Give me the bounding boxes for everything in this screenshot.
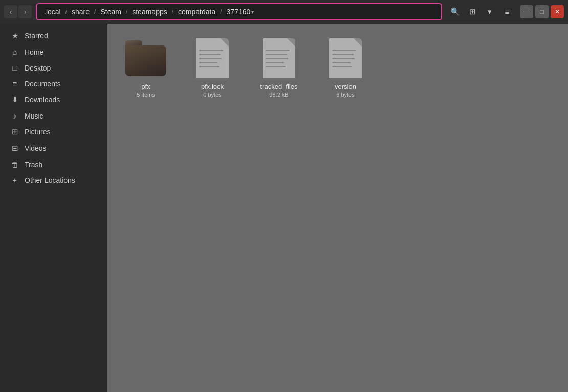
view-grid-icon: ⊞ bbox=[469, 7, 476, 16]
music-icon: ♪ bbox=[10, 111, 19, 120]
desktop-icon: □ bbox=[10, 63, 19, 72]
minimize-icon: — bbox=[523, 8, 530, 15]
search-icon: 🔍 bbox=[450, 7, 460, 16]
document-icon bbox=[192, 38, 233, 79]
pictures-icon: ⊞ bbox=[10, 127, 19, 136]
file-item-pfx[interactable]: pfx 5 items bbox=[118, 34, 174, 102]
menu-button[interactable]: ≡ bbox=[499, 4, 515, 19]
file-item-pfx_lock[interactable]: pfx.lock 0 bytes bbox=[184, 34, 241, 102]
other-icon: + bbox=[10, 176, 19, 185]
path-separator: / bbox=[220, 8, 222, 15]
view-toggle-button[interactable]: ▾ bbox=[482, 4, 497, 19]
sidebar-item-label: Pictures bbox=[25, 128, 51, 136]
file-meta: 98.2 kB bbox=[269, 91, 288, 98]
sidebar-item-pictures[interactable]: ⊞ Pictures bbox=[2, 124, 105, 140]
breadcrumb-bar: .local/share/Steam/steamapps/compatdata/… bbox=[36, 3, 442, 20]
path-segment-dropdown[interactable]: 377160▾ bbox=[223, 7, 258, 17]
nav-buttons: ‹ › bbox=[4, 5, 32, 18]
file-item-version[interactable]: version 6 bytes bbox=[317, 34, 374, 102]
trash-icon: 🗑 bbox=[10, 160, 19, 169]
dropdown-arrow-icon: ▾ bbox=[251, 9, 254, 15]
forward-button[interactable]: › bbox=[18, 5, 32, 18]
sidebar-item-videos[interactable]: ⊟ Videos bbox=[2, 140, 105, 156]
sidebar-item-label: Other Locations bbox=[25, 176, 75, 185]
path-segment[interactable]: Steam bbox=[96, 7, 125, 17]
sidebar-item-label: Documents bbox=[25, 80, 61, 88]
search-button[interactable]: 🔍 bbox=[447, 4, 463, 19]
titlebar-actions: 🔍 ⊞ ▾ ≡ bbox=[447, 4, 515, 19]
file-area: pfx 5 items pfx.lock 0 bytes bbox=[107, 24, 568, 392]
sidebar-item-label: Home bbox=[25, 48, 43, 56]
close-icon: ✕ bbox=[555, 8, 560, 15]
back-button[interactable]: ‹ bbox=[4, 5, 17, 18]
main-area: ★ Starred ⌂ Home □ Desktop ≡ Documents ⬇… bbox=[0, 24, 568, 392]
file-name: tracked_files bbox=[260, 83, 298, 90]
document-icon bbox=[325, 38, 366, 79]
path-segment[interactable]: compatdata bbox=[174, 7, 220, 17]
file-name: pfx bbox=[141, 83, 150, 90]
close-button[interactable]: ✕ bbox=[551, 5, 564, 18]
document-icon bbox=[258, 38, 299, 79]
path-segment[interactable]: .local bbox=[40, 7, 65, 17]
file-grid: pfx 5 items pfx.lock 0 bytes bbox=[118, 34, 558, 102]
sidebar-item-desktop[interactable]: □ Desktop bbox=[2, 60, 105, 76]
sidebar-item-label: Music bbox=[25, 112, 43, 120]
path-segment-label: 377160 bbox=[227, 8, 251, 16]
path-segment[interactable]: steamapps bbox=[128, 7, 171, 17]
sidebar-item-starred[interactable]: ★ Starred bbox=[2, 28, 105, 44]
view-grid-button[interactable]: ⊞ bbox=[465, 4, 480, 19]
path-segment[interactable]: share bbox=[68, 7, 94, 17]
sidebar-item-music[interactable]: ♪ Music bbox=[2, 108, 105, 124]
folder-icon bbox=[125, 38, 166, 79]
sidebar-item-label: Downloads bbox=[25, 96, 60, 104]
forward-icon: › bbox=[24, 8, 27, 16]
file-meta: 5 items bbox=[137, 91, 155, 98]
documents-icon: ≡ bbox=[10, 79, 19, 88]
downloads-icon: ⬇ bbox=[10, 95, 19, 104]
videos-icon: ⊟ bbox=[10, 144, 19, 153]
window-controls: — □ ✕ bbox=[520, 5, 564, 18]
sidebar-item-documents[interactable]: ≡ Documents bbox=[2, 76, 105, 91]
maximize-button[interactable]: □ bbox=[535, 5, 549, 18]
starred-icon: ★ bbox=[10, 31, 19, 40]
sidebar-item-label: Trash bbox=[25, 160, 42, 169]
sidebar: ★ Starred ⌂ Home □ Desktop ≡ Documents ⬇… bbox=[0, 24, 107, 392]
file-name: version bbox=[335, 83, 356, 90]
menu-icon: ≡ bbox=[505, 8, 510, 16]
file-name: pfx.lock bbox=[201, 83, 224, 90]
sidebar-item-home[interactable]: ⌂ Home bbox=[2, 44, 105, 60]
sidebar-item-label: Starred bbox=[25, 32, 48, 40]
minimize-button[interactable]: — bbox=[520, 5, 533, 18]
file-meta: 0 bytes bbox=[203, 91, 221, 98]
titlebar: ‹ › .local/share/Steam/steamapps/compatd… bbox=[0, 0, 568, 24]
home-icon: ⌂ bbox=[10, 48, 19, 56]
view-toggle-icon: ▾ bbox=[488, 7, 492, 16]
sidebar-item-other[interactable]: + Other Locations bbox=[2, 172, 105, 188]
sidebar-item-trash[interactable]: 🗑 Trash bbox=[2, 156, 105, 172]
sidebar-item-label: Desktop bbox=[25, 64, 51, 72]
file-meta: 6 bytes bbox=[336, 91, 354, 98]
sidebar-item-label: Videos bbox=[25, 144, 47, 152]
file-item-tracked_files[interactable]: tracked_files 98.2 kB bbox=[251, 34, 307, 102]
maximize-icon: □ bbox=[540, 8, 543, 15]
back-icon: ‹ bbox=[10, 8, 12, 16]
sidebar-item-downloads[interactable]: ⬇ Downloads bbox=[2, 91, 105, 108]
